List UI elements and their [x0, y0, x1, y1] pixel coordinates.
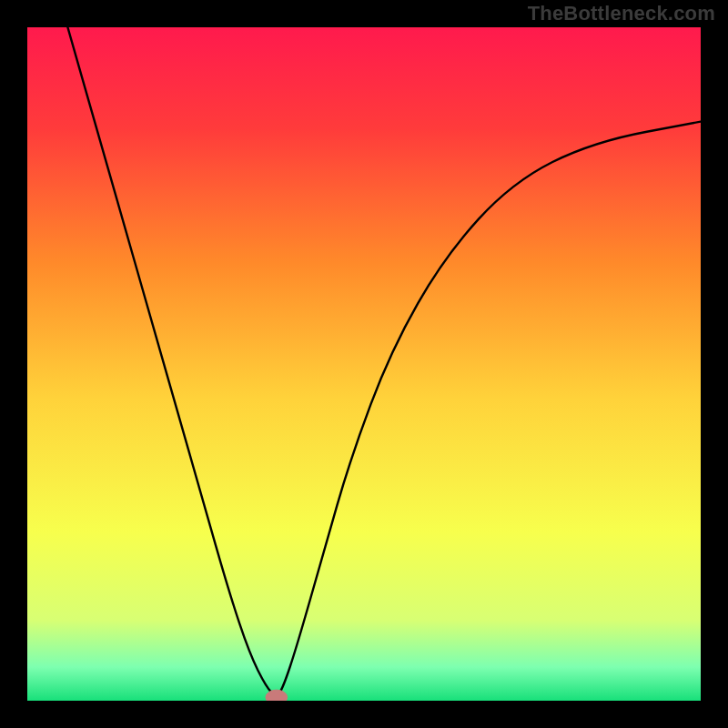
- watermark-text: TheBottleneck.com: [528, 2, 715, 25]
- plot-area: [27, 27, 701, 701]
- gradient-background: [27, 27, 701, 701]
- chart-svg: [27, 27, 701, 701]
- minimum-marker: [266, 690, 288, 701]
- chart-frame: TheBottleneck.com: [0, 0, 728, 728]
